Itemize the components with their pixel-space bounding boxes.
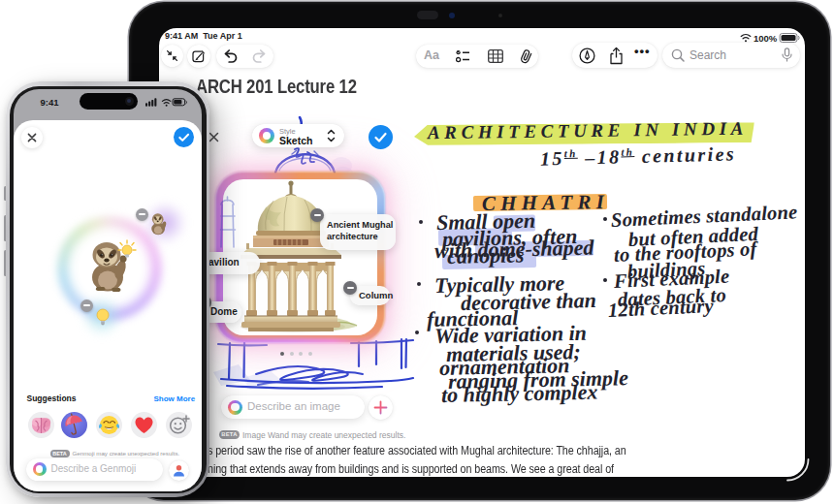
svg-text:100%: 100%	[754, 33, 778, 44]
